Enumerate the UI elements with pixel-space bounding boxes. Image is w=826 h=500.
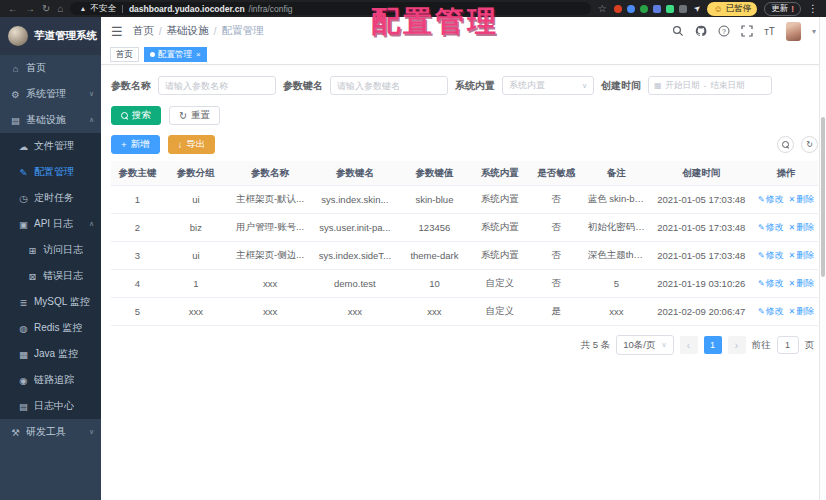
refresh-button[interactable]: ↻ <box>801 136 818 153</box>
table-cell: 否 <box>528 277 585 290</box>
tags-view: 首页 配置管理 × <box>101 45 826 65</box>
browser-address-bar[interactable]: ▲ 不安全 dashboard.yudao.iocoder.cn /infra/… <box>70 2 590 15</box>
sidebar-item-redis[interactable]: ◍Redis 监控 <box>0 315 101 341</box>
github-icon[interactable] <box>695 25 707 37</box>
sidebar-item-system[interactable]: ⚙系统管理∨ <box>0 81 101 107</box>
avatar-caret-icon[interactable]: ▾ <box>812 27 816 36</box>
extension-5-icon[interactable] <box>666 5 674 13</box>
export-button[interactable]: ↓ 导出 <box>168 135 216 154</box>
paused-badge[interactable]: ☺ 已暂停 <box>707 2 757 16</box>
bookmark-star-icon[interactable]: ☆ <box>598 3 607 14</box>
tag-home[interactable]: 首页 <box>110 47 139 62</box>
browser-reload-icon[interactable]: ↻ <box>42 0 50 17</box>
sidebar-item-label: 日志中心 <box>34 399 74 413</box>
sidebar-item-trace[interactable]: ◉链路追踪 <box>0 367 101 393</box>
browser-menu-icon[interactable]: ⋮ <box>808 3 818 14</box>
header-search-icon[interactable] <box>672 25 684 37</box>
table-cell: biz <box>164 222 228 233</box>
help-icon[interactable]: ? <box>718 25 730 37</box>
extension-4-icon[interactable] <box>653 5 661 13</box>
built-in-select[interactable]: 系统内置 ∨ <box>502 76 594 95</box>
sidebar-toggle-icon[interactable]: ☰ <box>111 24 123 39</box>
sidebar-item-mysql[interactable]: ≣MySQL 监控 <box>0 289 101 315</box>
goto-page-input[interactable] <box>777 336 799 354</box>
search-button[interactable]: 搜索 <box>111 106 161 125</box>
plus-icon: + <box>121 139 127 150</box>
edit-button[interactable]: ✎修改 <box>758 249 784 262</box>
page-size-select[interactable]: 10条/页 ∨ <box>616 335 673 355</box>
tag-config[interactable]: 配置管理 × <box>144 47 207 62</box>
edit-button[interactable]: ✎修改 <box>758 221 784 234</box>
table-cell: 蓝色 skin-blue... <box>585 193 649 206</box>
breadcrumb-infra[interactable]: 基础设施 <box>167 24 209 38</box>
prev-page-button[interactable]: ‹ <box>680 336 698 354</box>
delete-button[interactable]: ✕删除 <box>789 193 815 206</box>
param-name-input[interactable] <box>158 76 276 95</box>
chevron-down-icon: ∨ <box>89 90 94 98</box>
app-logo-row[interactable]: 芋道管理系统 <box>0 17 101 55</box>
scrollbar-track[interactable] <box>819 17 826 500</box>
pin-extension-icon[interactable]: ➤ <box>692 3 703 14</box>
sidebar-item-config[interactable]: ✎配置管理 <box>0 159 101 185</box>
delete-button-icon: ✕ <box>789 307 796 316</box>
pagination: 共 5 条 10条/页 ∨ ‹ 1 › 前往 页 <box>111 335 818 355</box>
font-size-icon[interactable]: тT <box>764 26 775 37</box>
browser-home-icon[interactable]: ⌂ <box>57 0 63 17</box>
sidebar-item-file[interactable]: ☁文件管理 <box>0 133 101 159</box>
gear-icon: ⚙ <box>10 89 21 100</box>
sidebar-item-label: 错误日志 <box>43 269 83 283</box>
smiley-icon: ☺ <box>713 4 722 14</box>
row-actions: ✎修改✕删除 <box>754 221 818 234</box>
table-cell: 自定义 <box>472 277 529 290</box>
breadcrumb-home[interactable]: 首页 <box>133 24 154 38</box>
sidebar-item-label: 定时任务 <box>34 191 74 205</box>
fullscreen-icon[interactable] <box>741 25 753 37</box>
date-range-picker[interactable]: ▦ 开始日期 - 结束日期 <box>648 76 772 95</box>
reset-button[interactable]: ↻ 重置 <box>169 106 220 125</box>
scrollbar-thumb[interactable] <box>821 117 825 277</box>
next-page-button[interactable]: › <box>728 336 746 354</box>
edit-icon: ✎ <box>18 167 29 178</box>
sidebar-item-error-log[interactable]: ⊠错误日志 <box>0 263 101 289</box>
sidebar-item-label: 链路追踪 <box>34 373 74 387</box>
home-icon: ⌂ <box>10 63 21 74</box>
sidebar-item-label: MySQL 监控 <box>34 295 90 309</box>
edit-button-icon: ✎ <box>758 307 765 316</box>
param-name-label: 参数名称 <box>111 79 151 93</box>
sidebar-item-access-log[interactable]: ⊞访问日志 <box>0 237 101 263</box>
edit-button[interactable]: ✎修改 <box>758 305 784 318</box>
tag-close-icon[interactable]: × <box>196 50 201 59</box>
sidebar-item-home[interactable]: ⌂首页 <box>0 55 101 81</box>
delete-button[interactable]: ✕删除 <box>789 277 815 290</box>
sidebar-item-java[interactable]: ▦Java 监控 <box>0 341 101 367</box>
page-content: 参数名称 参数键名 系统内置 系统内置 ∨ 创建时间 ▦ 开始日期 - 结束日期 <box>101 65 826 355</box>
extension-3-icon[interactable] <box>640 5 648 13</box>
browser-back-icon[interactable]: ← <box>8 0 18 17</box>
extension-1-icon[interactable] <box>614 5 622 13</box>
table-cell: 系统内置 <box>472 221 529 234</box>
delete-button[interactable]: ✕删除 <box>789 305 815 318</box>
delete-button-icon: ✕ <box>789 251 796 260</box>
column-header: 参数名称 <box>228 167 313 180</box>
delete-button[interactable]: ✕删除 <box>789 221 815 234</box>
user-avatar[interactable] <box>786 22 801 41</box>
sidebar-item-api-log[interactable]: ▣API 日志∧ <box>0 211 101 237</box>
browser-forward-icon[interactable]: → <box>25 0 35 17</box>
sidebar-item-log-center[interactable]: ▤日志中心 <box>0 393 101 419</box>
sidebar-item-infra[interactable]: ▤基础设施∧ <box>0 107 101 133</box>
page-1-button[interactable]: 1 <box>704 336 722 354</box>
browser-update-button[interactable]: 更新 ! <box>764 2 801 16</box>
table-cell: 是 <box>528 305 585 318</box>
toggle-search-button[interactable] <box>777 136 794 153</box>
sidebar-item-dev-tools[interactable]: ⚒研发工具∨ <box>0 419 101 445</box>
edit-button[interactable]: ✎修改 <box>758 193 784 206</box>
edit-button[interactable]: ✎修改 <box>758 277 784 290</box>
add-button[interactable]: + 新增 <box>111 135 160 154</box>
sidebar-item-job[interactable]: ◷定时任务 <box>0 185 101 211</box>
extension-2-icon[interactable] <box>627 5 635 13</box>
extension-6-icon[interactable] <box>679 5 687 13</box>
url-path: /infra/config <box>249 4 293 14</box>
delete-button[interactable]: ✕删除 <box>789 249 815 262</box>
param-key-input[interactable] <box>330 76 448 95</box>
table-cell: xxx <box>228 306 313 317</box>
